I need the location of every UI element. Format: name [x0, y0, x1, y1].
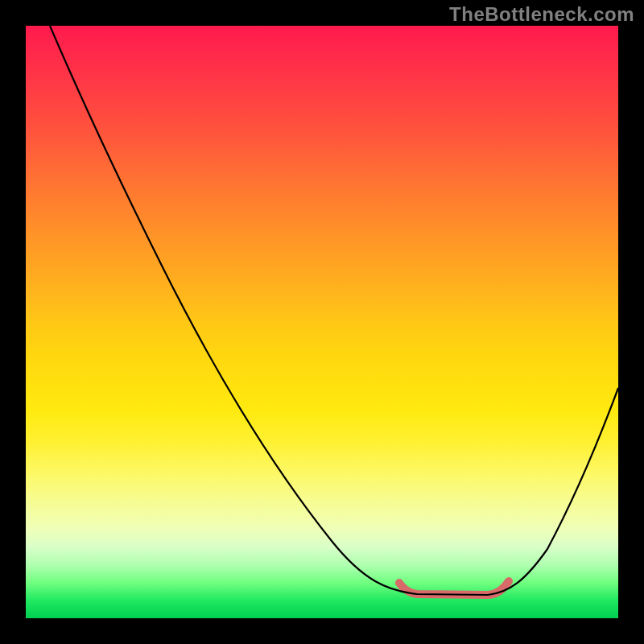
bottleneck-curve — [50, 26, 618, 595]
watermark: TheBottleneck.com — [449, 3, 634, 26]
chart-container: TheBottleneck.com — [0, 0, 644, 644]
curve-svg — [26, 26, 618, 618]
plot-area — [26, 26, 618, 618]
highlight-segment — [399, 581, 509, 595]
